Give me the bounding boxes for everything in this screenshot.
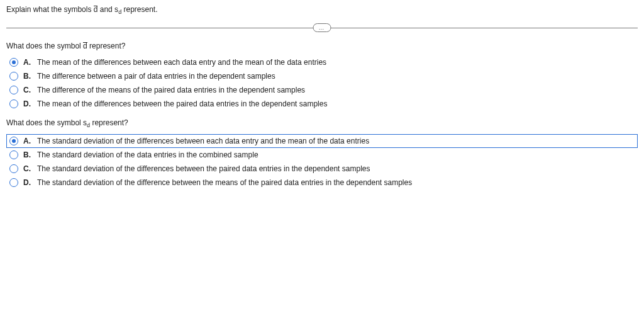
q1-option-d[interactable]: D.The mean of the differences between th… — [6, 97, 638, 111]
option-text: The difference of the means of the paire… — [37, 86, 635, 94]
symbol-d-bar-q1: d — [83, 42, 87, 50]
radio-button[interactable] — [9, 164, 18, 173]
q2-before: What does the symbol s — [6, 118, 87, 127]
option-letter: D. — [23, 178, 32, 187]
radio-button[interactable] — [9, 86, 18, 94]
option-text: The standard deviation of the difference… — [37, 178, 635, 187]
q1-option-a[interactable]: A.The mean of the differences between ea… — [6, 55, 638, 69]
radio-button[interactable] — [9, 137, 18, 145]
q2-option-a[interactable]: A.The standard deviation of the differen… — [6, 134, 638, 148]
prompt-text-1: Explain what the symbols — [6, 5, 94, 14]
option-letter: A. — [23, 137, 32, 145]
question-2-text: What does the symbol sd represent? — [6, 118, 638, 128]
q2-option-c[interactable]: C.The standard deviation of the differen… — [6, 162, 638, 176]
q1-after: represent? — [87, 42, 126, 50]
radio-button[interactable] — [9, 178, 18, 187]
option-letter: B. — [23, 150, 32, 159]
question-1-text: What does the symbol d represent? — [6, 42, 638, 50]
option-text: The standard deviation of the difference… — [37, 137, 635, 145]
option-letter: C. — [23, 86, 32, 94]
option-text: The standard deviation of the data entri… — [37, 150, 635, 159]
radio-button[interactable] — [9, 58, 18, 67]
question-prompt: Explain what the symbols d and sd repres… — [6, 5, 638, 15]
option-text: The standard deviation of the difference… — [37, 164, 635, 173]
question-2-options: A.The standard deviation of the differen… — [6, 134, 638, 189]
expand-pill-button[interactable]: … — [313, 23, 331, 32]
radio-button[interactable] — [9, 72, 18, 81]
prompt-text-3: represent. — [121, 5, 157, 14]
option-letter: B. — [23, 72, 32, 81]
symbol-d-bar: d — [94, 5, 98, 14]
q1-before: What does the symbol — [6, 42, 83, 50]
radio-button[interactable] — [9, 99, 18, 108]
q1-option-b[interactable]: B.The difference between a pair of data … — [6, 69, 638, 83]
option-text: The mean of the differences between each… — [37, 58, 635, 67]
option-text: The mean of the differences between the … — [37, 99, 635, 108]
q2-option-b[interactable]: B.The standard deviation of the data ent… — [6, 148, 638, 162]
q2-option-d[interactable]: D.The standard deviation of the differen… — [6, 176, 638, 189]
question-1-options: A.The mean of the differences between ea… — [6, 55, 638, 111]
option-text: The difference between a pair of data en… — [37, 72, 635, 81]
prompt-text-2: and s — [97, 5, 118, 14]
q2-after: represent? — [90, 118, 128, 127]
option-letter: A. — [23, 58, 32, 67]
option-letter: D. — [23, 99, 32, 108]
q1-option-c[interactable]: C.The difference of the means of the pai… — [6, 83, 638, 97]
section-divider: … — [6, 23, 638, 33]
option-letter: C. — [23, 164, 32, 173]
radio-button[interactable] — [9, 150, 18, 159]
